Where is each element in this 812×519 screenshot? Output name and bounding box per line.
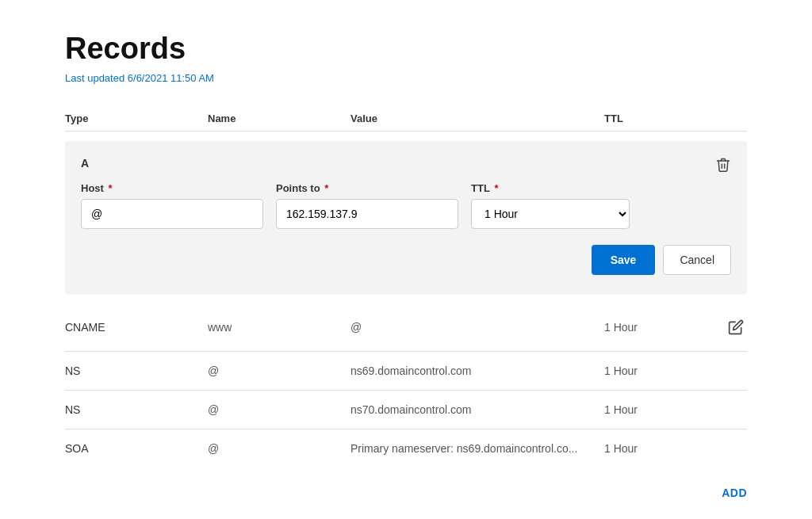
record-ttl: 1 Hour [604,352,699,391]
host-required-indicator: * [105,182,113,194]
edit-icon [728,319,744,335]
record-actions [699,352,747,391]
delete-record-button[interactable] [712,154,734,176]
record-ttl: 1 Hour [604,429,699,468]
table-row: NS @ ns70.domaincontrol.com 1 Hour [65,391,747,429]
form-row: Host * Points to * TTL * 1 Hour 30 Minut… [81,182,731,229]
record-ttl: 1 Hour [604,303,699,352]
table-row: SOA @ Primary nameserver: ns69.domaincon… [65,429,747,468]
record-name: @ [208,429,350,468]
record-name: @ [208,391,350,429]
page-title: Records [65,32,747,66]
record-value: @ [350,303,604,352]
records-table: CNAME www @ 1 Hour NS [65,303,747,467]
record-actions [699,429,747,468]
record-type: NS [65,391,208,429]
ttl-field-group: TTL * 1 Hour 30 Minutes 5 Minutes Custom [471,182,630,229]
header-value: Value [350,113,604,124]
record-edit-card: A Host * Points to * [65,141,747,294]
last-updated-text: Last updated 6/6/2021 11:50 AM [65,72,747,84]
record-actions [699,303,747,352]
record-value: ns70.domaincontrol.com [350,391,604,429]
record-type-label: A [81,157,731,170]
record-type: SOA [65,429,208,468]
record-ttl: 1 Hour [604,391,699,429]
points-to-field-group: Points to * [276,182,458,229]
host-field-group: Host * [81,182,263,229]
table-row: CNAME www @ 1 Hour [65,303,747,352]
record-type: NS [65,352,208,391]
table-row: NS @ ns69.domaincontrol.com 1 Hour [65,352,747,391]
add-record-button[interactable]: ADD [722,483,747,502]
table-header: Type Name Value TTL [65,106,747,132]
ttl-required-indicator: * [492,182,499,194]
record-value: Primary nameserver: ns69.domaincontrol.c… [350,429,604,468]
host-input[interactable] [81,199,263,229]
record-value: ns69.domaincontrol.com [350,352,604,391]
header-actions [699,113,747,124]
trash-icon [715,157,731,173]
points-to-label: Points to * [276,182,458,194]
add-button-container: ADD [65,483,747,502]
points-to-required-indicator: * [322,182,329,194]
record-name: @ [208,352,350,391]
header-type: Type [65,113,208,124]
record-type: CNAME [65,303,208,352]
record-actions [699,391,747,429]
edit-record-button[interactable] [725,316,747,338]
form-actions: Save Cancel [81,245,731,275]
header-name: Name [208,113,350,124]
ttl-label: TTL * [471,182,630,194]
ttl-select[interactable]: 1 Hour 30 Minutes 5 Minutes Custom [471,199,630,229]
cancel-button[interactable]: Cancel [663,245,731,275]
records-table-wrapper: CNAME www @ 1 Hour NS [65,303,747,467]
save-button[interactable]: Save [592,245,656,275]
host-label: Host * [81,182,263,194]
points-to-input[interactable] [276,199,458,229]
header-ttl: TTL [604,113,699,124]
record-name: www [208,303,350,352]
